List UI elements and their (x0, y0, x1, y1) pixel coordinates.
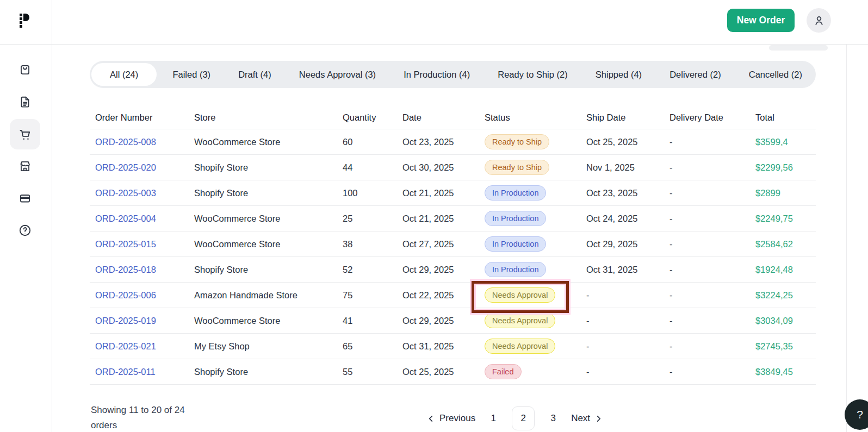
status-cell: In Production (485, 231, 586, 256)
total-amount: $3599,4 (755, 129, 816, 154)
tab-draft-4[interactable]: Draft (4) (226, 63, 283, 86)
delivery-date: - (669, 180, 755, 205)
table-row[interactable]: ORD-2025-020 Shopify Store 44 Oct 30, 20… (90, 155, 816, 180)
order-number-link[interactable]: ORD-2025-003 (95, 180, 194, 205)
order-number-link[interactable]: ORD-2025-011 (95, 359, 194, 384)
tab-needs-approval-3[interactable]: Needs Approval (3) (287, 63, 388, 86)
logo-blocks (20, 14, 22, 28)
order-number-link[interactable]: ORD-2025-015 (95, 231, 194, 256)
table-row[interactable]: ORD-2025-004 WooCommerce Store 25 Oct 21… (90, 206, 816, 231)
column-header-status: Status (485, 106, 586, 129)
status-badge: Needs Approval (485, 287, 555, 303)
table-row[interactable]: ORD-2025-006 Amazon Handmade Store 75 Oc… (90, 283, 816, 308)
tab-shipped-4[interactable]: Shipped (4) (584, 63, 654, 86)
content-edge-divider (846, 45, 847, 432)
status-cell: In Production (485, 257, 586, 282)
page-button-3[interactable]: 3 (549, 413, 557, 424)
sidebar-item-documents[interactable] (10, 87, 40, 117)
status-badge: In Production (485, 236, 546, 252)
order-number-link[interactable]: ORD-2025-020 (95, 155, 194, 180)
question-circle-icon (18, 223, 32, 237)
total-amount: $2899 (755, 180, 816, 205)
status-badge: Failed (485, 364, 522, 379)
user-icon (812, 14, 826, 28)
status-cell: In Production (485, 206, 586, 231)
quantity-value: 25 (343, 206, 402, 231)
order-number-link[interactable]: ORD-2025-004 (95, 206, 194, 231)
new-order-button[interactable]: New Order (727, 9, 795, 32)
status-cell: Needs Approval (485, 283, 586, 308)
partially-visible-element (769, 45, 828, 51)
page-numbers: 123 (489, 406, 557, 430)
quantity-value: 44 (343, 155, 402, 180)
tab-failed-3[interactable]: Failed (3) (160, 63, 222, 86)
order-number-link[interactable]: ORD-2025-008 (95, 129, 194, 154)
store-name: My Etsy Shop (194, 334, 343, 359)
delivery-date: - (669, 257, 755, 282)
total-amount: $2249,75 (755, 206, 816, 231)
delivery-date: - (669, 231, 755, 256)
user-avatar-button[interactable] (807, 8, 831, 33)
delivery-date: - (669, 334, 755, 359)
column-header-total: Total (755, 106, 816, 129)
order-date: Oct 27, 2025 (402, 231, 485, 256)
sidebar-item-help[interactable] (10, 215, 40, 246)
order-number-link[interactable]: ORD-2025-018 (95, 257, 194, 282)
previous-button[interactable]: Previous (427, 413, 475, 424)
status-badge: Ready to Ship (485, 160, 549, 175)
ship-date: - (586, 283, 669, 308)
ship-date: Oct 25, 2025 (586, 129, 669, 154)
total-amount: $2745,35 (755, 334, 816, 359)
table-row[interactable]: ORD-2025-008 WooCommerce Store 60 Oct 23… (90, 129, 816, 155)
ship-date: - (586, 334, 669, 359)
table-row[interactable]: ORD-2025-015 WooCommerce Store 38 Oct 27… (90, 231, 816, 257)
tab-in-production-4[interactable]: In Production (4) (392, 63, 482, 86)
order-number-link[interactable]: ORD-2025-021 (95, 334, 194, 359)
page-button-1[interactable]: 1 (489, 413, 497, 424)
next-button[interactable]: Next (571, 413, 602, 424)
shopping-bag-icon (18, 62, 32, 77)
tab-ready-to-ship-2[interactable]: Ready to Ship (2) (486, 63, 579, 86)
table-row[interactable]: ORD-2025-018 Shopify Store 52 Oct 29, 20… (90, 257, 816, 283)
previous-label: Previous (439, 413, 475, 424)
ship-date: Oct 29, 2025 (586, 231, 669, 256)
quantity-value: 60 (343, 129, 402, 154)
page-button-2[interactable]: 2 (512, 406, 535, 430)
status-badge: In Production (485, 262, 546, 277)
status-badge: In Production (485, 211, 546, 226)
table-header-row: Order NumberStoreQuantityDateStatusShip … (90, 106, 816, 129)
tab-delivered-2[interactable]: Delivered (2) (658, 63, 733, 86)
total-amount: $1924,48 (755, 257, 816, 282)
status-badge: Needs Approval (485, 313, 555, 328)
sidebar-divider (52, 0, 52, 432)
total-amount: $2584,62 (755, 231, 816, 256)
store-name: Shopify Store (194, 155, 343, 180)
status-cell: Ready to Ship (485, 155, 586, 180)
status-cell: Failed (485, 359, 586, 384)
store-name: Shopify Store (194, 359, 343, 384)
sidebar-item-store[interactable] (10, 151, 40, 181)
ship-date: Oct 24, 2025 (586, 206, 669, 231)
ship-date: Nov 1, 2025 (586, 155, 669, 180)
tab-cancelled-2[interactable]: Cancelled (2) (737, 63, 814, 86)
credit-card-icon (18, 191, 32, 205)
store-name: Shopify Store (194, 257, 343, 282)
shopping-cart-icon (18, 127, 33, 142)
sidebar-item-cart[interactable] (10, 119, 40, 149)
table-row[interactable]: ORD-2025-021 My Etsy Shop 65 Oct 31, 202… (90, 334, 816, 359)
ship-date: Oct 23, 2025 (586, 180, 669, 205)
table-row[interactable]: ORD-2025-011 Shopify Store 55 Oct 25, 20… (90, 359, 816, 385)
column-header-date: Date (402, 106, 485, 129)
next-label: Next (571, 413, 590, 424)
tab-all-24[interactable]: All (24) (91, 63, 157, 86)
logo-bowl (23, 14, 29, 21)
column-header-order-number: Order Number (95, 106, 194, 129)
table-row[interactable]: ORD-2025-003 Shopify Store 100 Oct 21, 2… (90, 180, 816, 206)
help-button[interactable]: ? (845, 399, 868, 430)
sidebar-item-billing[interactable] (10, 183, 40, 214)
table-row[interactable]: ORD-2025-019 WooCommerce Store 41 Oct 29… (90, 308, 816, 334)
sidebar-item-orders-bag[interactable] (10, 54, 40, 85)
order-number-link[interactable]: ORD-2025-006 (95, 283, 194, 308)
order-number-link[interactable]: ORD-2025-019 (95, 308, 194, 333)
order-date: Oct 29, 2025 (402, 257, 485, 282)
